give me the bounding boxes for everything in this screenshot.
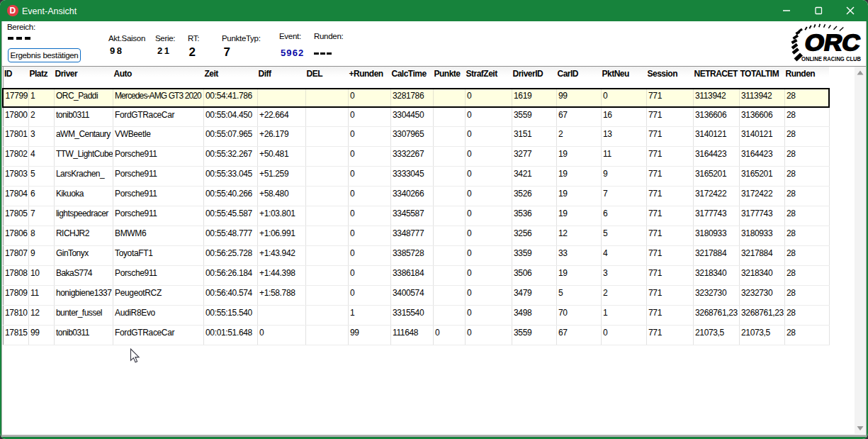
svg-text:ORC: ORC — [803, 30, 862, 55]
svg-text:ONLINE RACING CLUB: ONLINE RACING CLUB — [801, 55, 861, 62]
